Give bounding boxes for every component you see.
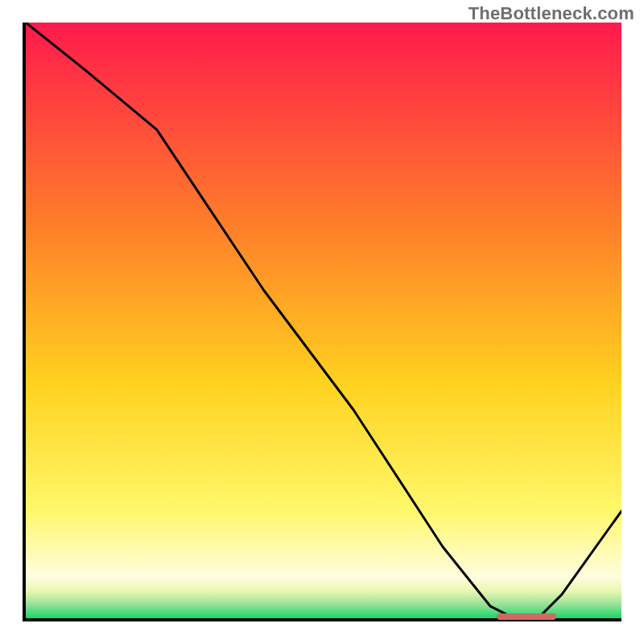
chart-canvas: [26, 23, 621, 618]
gradient-bottom-band: [26, 576, 621, 618]
plot-area: [26, 23, 621, 618]
chart-root: TheBottleneck.com: [0, 0, 644, 644]
optimum-marker: [497, 613, 556, 620]
plot-frame: [23, 23, 621, 621]
watermark-text: TheBottleneck.com: [469, 3, 634, 24]
gradient-main: [26, 23, 621, 578]
